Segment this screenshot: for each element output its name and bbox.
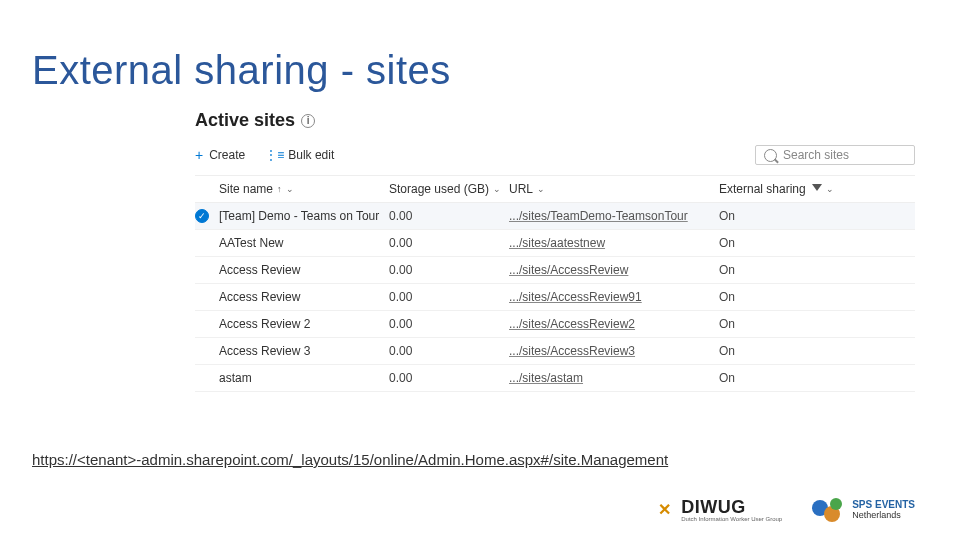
- search-icon: [764, 149, 777, 162]
- admin-url-link[interactable]: https://<tenant>-admin.sharepoint.com/_l…: [32, 451, 668, 468]
- external-sharing-cell: On: [719, 317, 859, 331]
- site-name-cell: AATest New: [219, 236, 389, 250]
- sps-text: SPS EVENTS: [852, 500, 915, 510]
- chevron-down-icon: ⌄: [286, 184, 294, 194]
- url-cell[interactable]: .../sites/AccessReview3: [509, 344, 719, 358]
- site-name-cell: Access Review 2: [219, 317, 389, 331]
- footer-logos: DIWUG Dutch Information Worker User Grou…: [657, 497, 915, 522]
- search-input[interactable]: Search sites: [755, 145, 915, 165]
- diwug-text: DIWUG: [681, 497, 746, 517]
- diwug-mark-icon: [657, 501, 675, 519]
- command-bar: + Create ⋮≡ Bulk edit Search sites: [195, 139, 915, 176]
- external-sharing-cell: On: [719, 344, 859, 358]
- site-name-cell: [Team] Demo - Teams on Tour: [219, 209, 389, 223]
- url-cell[interactable]: .../sites/AccessReview: [509, 263, 719, 277]
- chevron-down-icon: ⌄: [537, 184, 545, 194]
- site-name-cell: Access Review: [219, 263, 389, 277]
- storage-cell: 0.00: [389, 317, 509, 331]
- sort-asc-icon: ↑: [277, 184, 282, 194]
- url-cell[interactable]: .../sites/astam: [509, 371, 719, 385]
- external-sharing-cell: On: [719, 209, 859, 223]
- storage-cell: 0.00: [389, 344, 509, 358]
- storage-cell: 0.00: [389, 371, 509, 385]
- table-row[interactable]: Access Review0.00.../sites/AccessReviewO…: [195, 257, 915, 284]
- site-name-cell: astam: [219, 371, 389, 385]
- url-cell[interactable]: .../sites/TeamDemo-TeamsonTour: [509, 209, 719, 223]
- chevron-down-icon: ⌄: [826, 184, 834, 194]
- url-cell[interactable]: .../sites/aatestnew: [509, 236, 719, 250]
- list-icon: ⋮≡: [265, 148, 284, 162]
- url-cell[interactable]: .../sites/AccessReview2: [509, 317, 719, 331]
- table-row[interactable]: astam0.00.../sites/astamOn: [195, 365, 915, 392]
- diwug-logo: DIWUG Dutch Information Worker User Grou…: [657, 497, 782, 522]
- site-rows: ✓[Team] Demo - Teams on Tour0.00.../site…: [195, 203, 915, 392]
- sps-circles-icon: [812, 498, 846, 522]
- table-row[interactable]: Access Review 30.00.../sites/AccessRevie…: [195, 338, 915, 365]
- external-sharing-cell: On: [719, 371, 859, 385]
- storage-cell: 0.00: [389, 290, 509, 304]
- bulk-edit-label: Bulk edit: [288, 148, 334, 162]
- external-sharing-cell: On: [719, 263, 859, 277]
- panel-title: Active sites: [195, 110, 295, 131]
- site-name-cell: Access Review 3: [219, 344, 389, 358]
- column-headers: Site name ↑ ⌄ Storage used (GB) ⌄ URL ⌄ …: [195, 176, 915, 203]
- col-url[interactable]: URL ⌄: [509, 182, 719, 196]
- site-name-cell: Access Review: [219, 290, 389, 304]
- storage-cell: 0.00: [389, 263, 509, 277]
- table-row[interactable]: Access Review0.00.../sites/AccessReview9…: [195, 284, 915, 311]
- external-sharing-cell: On: [719, 236, 859, 250]
- col-site-name[interactable]: Site name ↑ ⌄: [219, 182, 389, 196]
- bulk-edit-button[interactable]: ⋮≡ Bulk edit: [265, 148, 334, 162]
- diwug-subtitle: Dutch Information Worker User Group: [681, 516, 782, 522]
- create-label: Create: [209, 148, 245, 162]
- table-row[interactable]: AATest New0.00.../sites/aatestnewOn: [195, 230, 915, 257]
- active-sites-panel: Active sites i + Create ⋮≡ Bulk edit Sea…: [195, 110, 915, 392]
- sps-subtitle: Netherlands: [852, 510, 915, 520]
- storage-cell: 0.00: [389, 236, 509, 250]
- col-storage[interactable]: Storage used (GB) ⌄: [389, 182, 509, 196]
- storage-cell: 0.00: [389, 209, 509, 223]
- plus-icon: +: [195, 147, 203, 163]
- table-row[interactable]: ✓[Team] Demo - Teams on Tour0.00.../site…: [195, 203, 915, 230]
- url-cell[interactable]: .../sites/AccessReview91: [509, 290, 719, 304]
- external-sharing-cell: On: [719, 290, 859, 304]
- table-row[interactable]: Access Review 20.00.../sites/AccessRevie…: [195, 311, 915, 338]
- chevron-down-icon: ⌄: [493, 184, 501, 194]
- help-icon[interactable]: i: [301, 114, 315, 128]
- create-button[interactable]: + Create: [195, 147, 245, 163]
- search-placeholder: Search sites: [783, 148, 849, 162]
- filter-icon: [812, 184, 822, 194]
- slide-title: External sharing - sites: [32, 48, 451, 93]
- sps-events-logo: SPS EVENTS Netherlands: [812, 498, 915, 522]
- checkmark-icon: ✓: [195, 209, 209, 223]
- col-external-sharing[interactable]: External sharing ⌄: [719, 182, 859, 196]
